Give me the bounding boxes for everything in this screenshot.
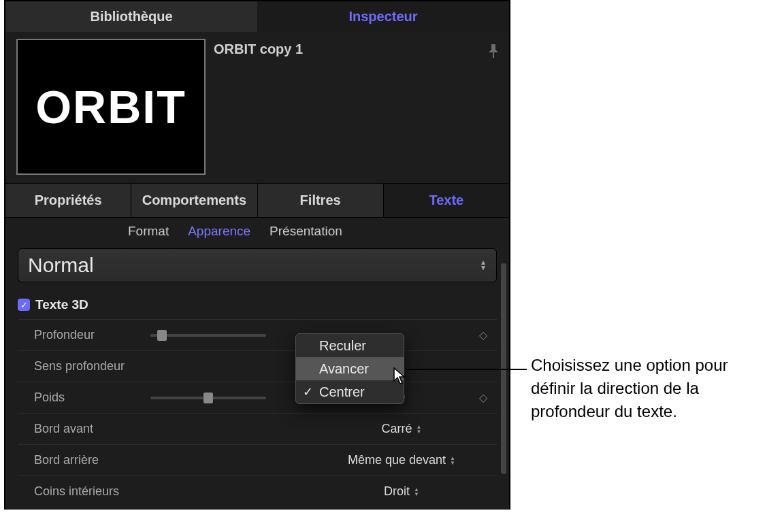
updown-arrows-icon: ▲▼ xyxy=(417,425,422,434)
section-header-3dtext: ✓ Texte 3D xyxy=(18,292,497,319)
style-label: Normal xyxy=(28,254,94,277)
direction-popup-menu: Reculer Avancer ✓ Centrer xyxy=(295,333,404,404)
slider-thumb-weight[interactable] xyxy=(203,393,213,403)
style-popup[interactable]: Normal ▲▼ xyxy=(18,248,497,282)
tab-text[interactable]: Texte xyxy=(384,184,509,217)
popup-option-center[interactable]: ✓ Centrer xyxy=(296,380,404,403)
label-weight: Poids xyxy=(18,390,150,405)
top-tabs: Bibliothèque Inspecteur xyxy=(5,1,509,32)
text-subtabs: Format Apparence Présentation xyxy=(5,217,509,244)
subtab-presentation[interactable]: Présentation xyxy=(270,224,342,239)
value-back-edge: Même que devant xyxy=(348,453,446,467)
row-back-edge: Bord arrière Même que devant ▲▼ xyxy=(18,444,497,476)
select-back-edge[interactable]: Même que devant ▲▼ xyxy=(333,453,470,467)
label-inner-corners: Coins intérieurs xyxy=(18,484,150,499)
row-direction: Sens profondeur xyxy=(18,350,497,382)
tab-behaviors[interactable]: Comportements xyxy=(131,184,257,217)
pin-icon[interactable] xyxy=(489,41,498,61)
popup-option-back[interactable]: Reculer xyxy=(296,334,404,357)
tab-inspector[interactable]: Inspecteur xyxy=(257,1,509,32)
label-back-edge: Bord arrière xyxy=(18,453,150,467)
checkbox-3dtext[interactable]: ✓ xyxy=(18,299,30,311)
keyframe-depth[interactable]: ◇ xyxy=(470,329,497,342)
label-front-edge: Bord avant xyxy=(18,422,150,436)
value-inner-corners: Droit xyxy=(384,484,410,499)
label-direction: Sens profondeur xyxy=(18,359,150,373)
tab-library[interactable]: Bibliothèque xyxy=(5,1,257,32)
slider-thumb-depth[interactable] xyxy=(157,330,167,341)
cursor-icon xyxy=(393,367,406,385)
select-front-edge[interactable]: Carré ▲▼ xyxy=(333,422,470,436)
check-icon: ✓ xyxy=(303,384,313,399)
inspector-panel: Bibliothèque Inspecteur ORBIT ORBIT copy… xyxy=(4,0,510,510)
preview-title: ORBIT copy 1 xyxy=(214,41,303,57)
row-inner-corners: Coins intérieurs Droit ▲▼ xyxy=(18,476,497,507)
preview-thumbnail: ORBIT xyxy=(16,39,206,175)
preview-area: ORBIT ORBIT copy 1 xyxy=(5,32,509,183)
row-front-edge: Bord avant Carré ▲▼ xyxy=(18,413,497,444)
tab-properties[interactable]: Propriétés xyxy=(5,184,131,217)
keyframe-weight[interactable]: ◇ xyxy=(470,391,497,404)
updown-arrows-icon: ▲▼ xyxy=(450,456,455,465)
value-front-edge: Carré xyxy=(382,422,412,436)
slider-depth[interactable] xyxy=(150,334,266,337)
callout-line xyxy=(406,369,527,370)
subtab-format[interactable]: Format xyxy=(128,224,169,239)
label-depth: Profondeur xyxy=(18,328,150,342)
select-inner-corners[interactable]: Droit ▲▼ xyxy=(333,484,470,499)
updown-arrows-icon: ▲▼ xyxy=(480,260,487,271)
subtab-appearance[interactable]: Apparence xyxy=(188,224,250,239)
popup-option-center-label: Centrer xyxy=(319,384,365,400)
section-title-3dtext: Texte 3D xyxy=(35,297,88,312)
callout-text: Choisissez une option pour définir la di… xyxy=(531,354,769,423)
updown-arrows-icon: ▲▼ xyxy=(414,487,419,497)
slider-weight[interactable] xyxy=(150,397,266,399)
sub-tabs: Propriétés Comportements Filtres Texte xyxy=(5,183,509,217)
popup-option-forward[interactable]: Avancer xyxy=(296,357,404,380)
row-weight: Poids 0 ◇ xyxy=(18,382,497,413)
preview-title-area: ORBIT copy 1 xyxy=(214,39,509,176)
content-area: Normal ▲▼ ✓ Texte 3D Profondeur ◇ Sens p… xyxy=(5,248,509,510)
row-depth: Profondeur ◇ xyxy=(18,319,497,350)
tab-filters[interactable]: Filtres xyxy=(258,184,384,217)
